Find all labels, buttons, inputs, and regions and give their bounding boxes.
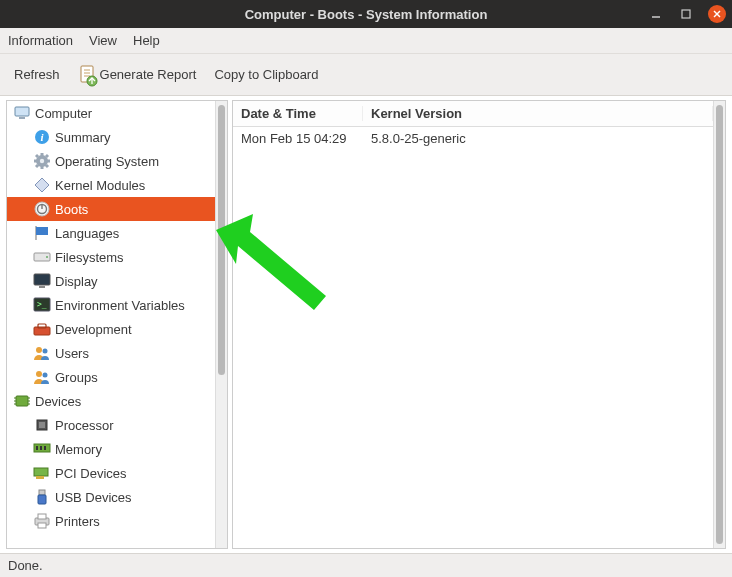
sidebar-panel: Computer i Summary Operating System Kern… bbox=[6, 100, 228, 549]
svg-marker-24 bbox=[35, 178, 49, 192]
svg-rect-32 bbox=[34, 274, 50, 285]
tree-item-label: USB Devices bbox=[55, 490, 132, 505]
svg-point-41 bbox=[43, 373, 48, 378]
tree-item-label: Processor bbox=[55, 418, 114, 433]
tree-item-label: Users bbox=[55, 346, 89, 361]
column-kernel[interactable]: Kernel Version bbox=[363, 106, 713, 121]
svg-point-39 bbox=[43, 349, 48, 354]
tree-item-label: Boots bbox=[55, 202, 88, 217]
terminal-icon: >_ bbox=[33, 296, 51, 314]
tree-item-label: Filesystems bbox=[55, 250, 124, 265]
tree-item-summary[interactable]: i Summary bbox=[7, 125, 215, 149]
status-text: Done. bbox=[8, 558, 43, 573]
gear-icon bbox=[33, 152, 51, 170]
diamond-icon bbox=[33, 176, 51, 194]
cell-datetime: Mon Feb 15 04:29 bbox=[233, 131, 363, 146]
scroll-thumb[interactable] bbox=[218, 105, 225, 375]
table-row[interactable]: Mon Feb 15 04:29 5.8.0-25-generic bbox=[233, 127, 713, 149]
tree-item-label: Kernel Modules bbox=[55, 178, 145, 193]
tree-item-label: Printers bbox=[55, 514, 100, 529]
maximize-icon bbox=[681, 9, 691, 19]
tree-item-users[interactable]: Users bbox=[7, 341, 215, 365]
tree-item-development[interactable]: Development bbox=[7, 317, 215, 341]
svg-line-22 bbox=[36, 165, 38, 167]
info-icon: i bbox=[33, 128, 51, 146]
tree-category-devices[interactable]: Devices bbox=[7, 389, 215, 413]
titlebar: Computer - Boots - System Information bbox=[0, 0, 732, 28]
svg-rect-60 bbox=[38, 514, 46, 519]
toolbox-icon bbox=[33, 320, 51, 338]
sidebar-tree[interactable]: Computer i Summary Operating System Kern… bbox=[7, 101, 215, 548]
close-button[interactable] bbox=[708, 5, 726, 23]
usb-icon bbox=[33, 488, 51, 506]
tree-item-pci[interactable]: PCI Devices bbox=[7, 461, 215, 485]
menubar: Information View Help bbox=[0, 28, 732, 54]
svg-point-31 bbox=[46, 256, 48, 258]
svg-line-21 bbox=[46, 165, 48, 167]
flag-icon bbox=[33, 224, 51, 242]
users-icon bbox=[33, 368, 51, 386]
window-controls bbox=[648, 5, 726, 23]
svg-rect-61 bbox=[38, 523, 46, 528]
table-header: Date & Time Kernel Version bbox=[233, 101, 713, 127]
content-area: Computer i Summary Operating System Kern… bbox=[0, 96, 732, 553]
drive-icon bbox=[33, 248, 51, 266]
generate-report-label: Generate Report bbox=[100, 67, 197, 82]
computer-icon bbox=[13, 104, 31, 122]
menu-information[interactable]: Information bbox=[8, 33, 73, 48]
svg-rect-11 bbox=[19, 117, 25, 119]
scroll-thumb[interactable] bbox=[716, 105, 723, 544]
tree-item-boots[interactable]: Boots bbox=[7, 197, 215, 221]
menu-view[interactable]: View bbox=[89, 33, 117, 48]
tree-item-label: Display bbox=[55, 274, 98, 289]
detail-scrollbar[interactable] bbox=[713, 101, 725, 548]
refresh-button[interactable]: Refresh bbox=[10, 63, 64, 86]
svg-rect-50 bbox=[39, 422, 45, 428]
users-icon bbox=[33, 344, 51, 362]
report-icon bbox=[78, 65, 96, 85]
generate-report-button[interactable]: Generate Report bbox=[74, 61, 201, 89]
tree-item-os[interactable]: Operating System bbox=[7, 149, 215, 173]
tree-item-env-vars[interactable]: >_ Environment Variables bbox=[7, 293, 215, 317]
tree-item-filesystems[interactable]: Filesystems bbox=[7, 245, 215, 269]
column-datetime[interactable]: Date & Time bbox=[233, 106, 363, 121]
svg-line-20 bbox=[36, 155, 38, 157]
tree-item-kernel-modules[interactable]: Kernel Modules bbox=[7, 173, 215, 197]
tree-item-usb[interactable]: USB Devices bbox=[7, 485, 215, 509]
power-icon bbox=[33, 200, 51, 218]
close-icon bbox=[713, 10, 721, 18]
svg-line-23 bbox=[46, 155, 48, 157]
sidebar-scrollbar[interactable] bbox=[215, 101, 227, 548]
tree-item-label: Groups bbox=[55, 370, 98, 385]
tree-item-display[interactable]: Display bbox=[7, 269, 215, 293]
tree-item-label: Summary bbox=[55, 130, 111, 145]
pci-icon bbox=[33, 464, 51, 482]
tree-category-label: Computer bbox=[35, 106, 92, 121]
copy-clipboard-button[interactable]: Copy to Clipboard bbox=[210, 63, 322, 86]
detail-table[interactable]: Date & Time Kernel Version Mon Feb 15 04… bbox=[233, 101, 713, 548]
svg-point-38 bbox=[36, 347, 42, 353]
toolbar: Refresh Generate Report Copy to Clipboar… bbox=[0, 54, 732, 96]
menu-help[interactable]: Help bbox=[133, 33, 160, 48]
maximize-button[interactable] bbox=[678, 6, 694, 22]
tree-item-memory[interactable]: Memory bbox=[7, 437, 215, 461]
svg-rect-56 bbox=[36, 476, 44, 479]
cpu-icon bbox=[33, 416, 51, 434]
svg-rect-55 bbox=[34, 468, 48, 476]
tree-item-label: Operating System bbox=[55, 154, 159, 169]
refresh-label: Refresh bbox=[14, 67, 60, 82]
tree-item-groups[interactable]: Groups bbox=[7, 365, 215, 389]
svg-rect-53 bbox=[40, 446, 42, 450]
tree-item-label: Environment Variables bbox=[55, 298, 185, 313]
tree-item-printers[interactable]: Printers bbox=[7, 509, 215, 533]
tree-category-computer[interactable]: Computer bbox=[7, 101, 215, 125]
printer-icon bbox=[33, 512, 51, 530]
tree-item-processor[interactable]: Processor bbox=[7, 413, 215, 437]
svg-rect-1 bbox=[682, 10, 690, 18]
tree-category-label: Devices bbox=[35, 394, 81, 409]
svg-rect-58 bbox=[38, 495, 46, 504]
tree-item-languages[interactable]: Languages bbox=[7, 221, 215, 245]
svg-rect-33 bbox=[39, 286, 45, 288]
svg-rect-57 bbox=[39, 490, 45, 495]
minimize-button[interactable] bbox=[648, 6, 664, 22]
